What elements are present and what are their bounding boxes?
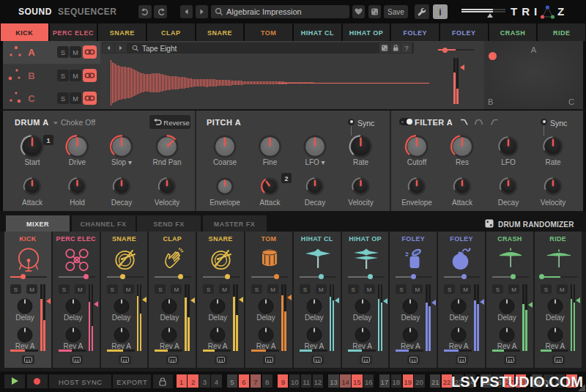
svg-text:?: ? — [404, 45, 408, 52]
